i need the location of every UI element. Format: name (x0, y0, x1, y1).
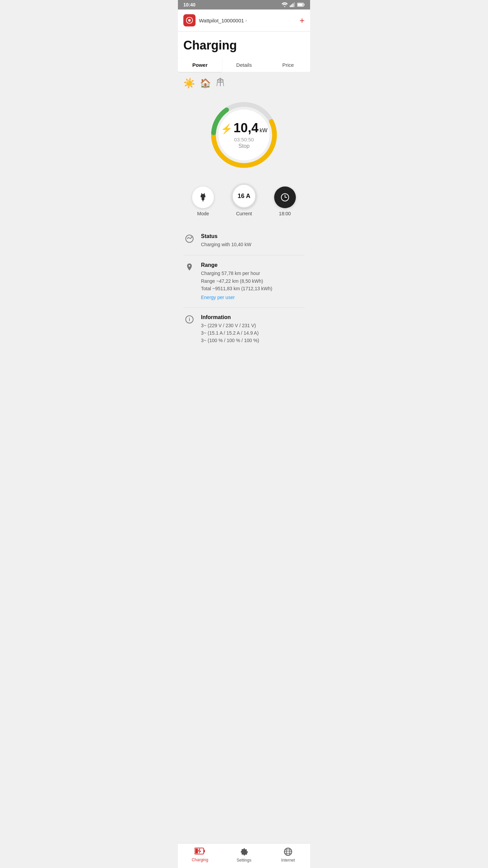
home-icon: 🏠 (200, 78, 211, 88)
mode-control: Mode (192, 186, 214, 216)
status-icon (183, 233, 196, 245)
bottom-spacer (183, 351, 305, 378)
add-button[interactable]: + (300, 16, 305, 25)
information-line3: 3~ (100 % / 100 % / 100 %) (201, 337, 305, 344)
range-line3: Total ~9511,83 km (1712,13 kWh) (201, 285, 305, 292)
tower-icon (216, 77, 225, 89)
svg-point-19 (222, 82, 223, 83)
sun-icon: ☀️ (183, 78, 195, 89)
settings-nav-label: Settings (237, 858, 251, 863)
svg-point-18 (218, 82, 219, 83)
nav-left: Wattpilot_10000001 › (183, 14, 247, 26)
current-button[interactable]: 16 A (232, 184, 256, 208)
svg-line-12 (217, 80, 218, 86)
range-line1: Charging 57,78 km per hour (201, 270, 305, 277)
svg-rect-6 (298, 4, 303, 6)
information-title: Information (201, 314, 305, 320)
status-time: 10:40 (183, 2, 196, 7)
svg-rect-0 (290, 5, 291, 7)
range-content: Range Charging 57,78 km per hour Range ~… (201, 262, 305, 300)
power-gauge: ⚡ 10,4 kW 03:50:50 Stop (183, 94, 305, 176)
tab-price[interactable]: Price (266, 58, 310, 72)
bottom-nav-settings[interactable]: Settings (232, 847, 256, 863)
svg-point-17 (223, 80, 224, 81)
svg-line-13 (223, 80, 224, 86)
status-bar: 10:40 (178, 0, 310, 9)
svg-marker-37 (198, 849, 201, 854)
status-icons (282, 2, 305, 7)
battery-charging-icon (195, 847, 205, 855)
battery-icon (297, 3, 305, 7)
svg-text:i: i (189, 317, 190, 322)
tab-details[interactable]: Details (222, 58, 266, 72)
time-button[interactable] (274, 186, 296, 208)
power-unit: kW (260, 127, 267, 134)
bottom-nav: Charging Settings Internet (178, 843, 310, 868)
controls-row: Mode 16 A Current 18:00 (183, 184, 305, 216)
time-control: 18:00 (274, 186, 296, 216)
clock-icon (280, 193, 290, 202)
range-title: Range (201, 262, 305, 268)
device-name-container[interactable]: Wattpilot_10000001 › (199, 18, 247, 23)
app-icon (183, 14, 196, 26)
charging-nav-icon (195, 847, 205, 856)
svg-rect-2 (292, 3, 293, 7)
status-section: Status Charging with 10,40 kW Range Char… (183, 226, 305, 351)
internet-nav-label: Internet (281, 858, 295, 863)
tab-power[interactable]: Power (178, 58, 222, 72)
svg-rect-1 (291, 4, 292, 7)
current-label: Current (236, 211, 252, 216)
svg-rect-5 (304, 4, 305, 6)
wifi-icon (282, 2, 288, 7)
energy-icons-row: ☀️ 🏠 (183, 77, 305, 89)
svg-point-8 (188, 19, 190, 21)
top-nav: Wattpilot_10000001 › + (178, 9, 310, 32)
status-title: Status (201, 233, 305, 239)
main-content: ☀️ 🏠 (178, 72, 310, 384)
svg-rect-3 (294, 2, 295, 7)
range-row: Range Charging 57,78 km per hour Range ~… (183, 255, 305, 307)
signal-icon (290, 2, 295, 7)
tabs-container: Power Details Price (178, 58, 310, 72)
svg-point-31 (186, 235, 193, 242)
svg-rect-36 (195, 849, 198, 853)
time-value: 18:00 (279, 211, 291, 216)
mode-button[interactable] (192, 186, 214, 208)
mode-label: Mode (197, 211, 209, 216)
svg-rect-24 (202, 197, 204, 200)
power-number: 10,4 (233, 121, 259, 135)
energy-per-user-link[interactable]: Energy per user (201, 295, 235, 300)
information-content: Information 3~ (229 V / 230 V / 231 V) 3… (201, 314, 305, 344)
status-row: Status Charging with 10,40 kW (183, 226, 305, 255)
status-content: Status Charging with 10,40 kW (201, 233, 305, 248)
app-logo-icon (186, 17, 193, 24)
svg-point-16 (217, 80, 218, 81)
plug-icon (198, 193, 208, 202)
settings-gear-icon (239, 847, 249, 856)
status-text: Charging with 10,40 kW (201, 241, 305, 248)
power-display: ⚡ 10,4 kW (221, 121, 267, 135)
current-value: 16 A (238, 193, 250, 200)
current-control: 16 A Current (232, 184, 256, 216)
charge-time: 03:50:50 (234, 137, 254, 142)
information-line2: 3~ (15.1 A / 15.2 A / 14.9 A) (201, 329, 305, 337)
bottom-nav-charging[interactable]: Charging (188, 847, 212, 862)
range-icon (183, 262, 196, 274)
chevron-icon: › (245, 18, 247, 23)
stop-button[interactable]: Stop (239, 143, 250, 149)
bolt-icon: ⚡ (221, 123, 232, 135)
device-name-text: Wattpilot_10000001 (199, 18, 244, 23)
svg-rect-35 (204, 850, 205, 852)
page-title: Charging (178, 32, 310, 58)
information-icon: i (183, 314, 196, 326)
internet-globe-icon (283, 847, 293, 856)
information-row: i Information 3~ (229 V / 230 V / 231 V)… (183, 308, 305, 351)
charging-nav-label: Charging (192, 857, 208, 862)
bottom-nav-internet[interactable]: Internet (276, 847, 300, 863)
gauge-inner[interactable]: ⚡ 10,4 kW 03:50:50 Stop (221, 121, 267, 149)
information-line1: 3~ (229 V / 230 V / 231 V) (201, 322, 305, 329)
range-line2: Range ~47,22 km (8,50 kWh) (201, 277, 305, 285)
